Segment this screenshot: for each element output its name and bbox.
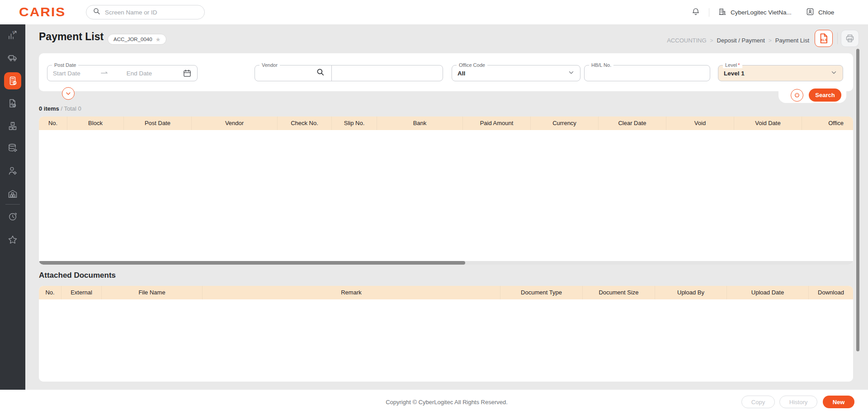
payment-table: No.BlockPost DateVendorCheck No.Slip No.… bbox=[39, 117, 853, 265]
office-code-value: All bbox=[458, 70, 465, 77]
chevron-down-icon bbox=[830, 69, 837, 78]
level-label: Level* bbox=[723, 62, 742, 68]
column-header-check-no[interactable]: Check No. bbox=[278, 117, 332, 130]
sidebar-divider bbox=[5, 204, 20, 205]
sidebar-item-user-management[interactable] bbox=[0, 161, 25, 181]
hbl-no-label: HB/L No. bbox=[589, 62, 613, 68]
required-asterisk: * bbox=[738, 62, 740, 68]
horizontal-scrollbar-thumb[interactable] bbox=[39, 261, 465, 265]
breadcrumb-item[interactable]: ACCOUNTING bbox=[667, 37, 706, 44]
user-name: Chloe bbox=[818, 9, 834, 16]
attached-documents-table: No.ExternalFile NameRemarkDocument TypeD… bbox=[39, 286, 853, 382]
favorite-star-icon[interactable]: ★ bbox=[156, 37, 161, 42]
attached-documents-header: No.ExternalFile NameRemarkDocument TypeD… bbox=[39, 286, 853, 299]
breadcrumb-item[interactable]: Deposit / Payment bbox=[717, 37, 765, 44]
office-code-select[interactable]: Office Code All bbox=[452, 65, 580, 81]
page-title: Payment List bbox=[39, 31, 104, 43]
favorites-star-icon bbox=[7, 234, 18, 245]
sidebar-nav: $ $ $ bbox=[0, 24, 25, 390]
packages-icon bbox=[7, 121, 18, 131]
new-button[interactable]: New bbox=[823, 396, 854, 408]
column-header-document-type[interactable]: Document Type bbox=[500, 286, 583, 299]
global-search-input[interactable]: Screen Name or ID bbox=[86, 5, 205, 19]
history-clock-icon bbox=[7, 211, 18, 222]
vendor-label: Vendor bbox=[259, 62, 280, 68]
attached-documents-title: Attached Documents bbox=[39, 271, 116, 280]
company-name: CyberLogitec VietNa... bbox=[731, 9, 792, 16]
reset-button[interactable] bbox=[791, 89, 803, 102]
search-button[interactable]: Search bbox=[809, 89, 841, 102]
search-icon bbox=[316, 68, 325, 79]
result-count-line: 0 items / Total 0 bbox=[39, 105, 81, 112]
reset-icon bbox=[793, 92, 801, 99]
caris-logo[interactable]: CARIS bbox=[19, 5, 66, 19]
sidebar-item-warehouse[interactable] bbox=[0, 184, 25, 204]
screen-id-text: ACC_JOR_0040 bbox=[113, 37, 152, 42]
report-icon: $ bbox=[7, 98, 18, 109]
calculator-icon: $ bbox=[4, 72, 21, 89]
column-header-paid-amount[interactable]: Paid Amount bbox=[463, 117, 531, 130]
column-header-vendor[interactable]: Vendor bbox=[192, 117, 278, 130]
calendar-icon[interactable] bbox=[183, 69, 192, 78]
column-header-office[interactable]: Office bbox=[802, 117, 853, 130]
user-menu[interactable]: Chloe bbox=[806, 7, 834, 18]
sidebar-item-inventory[interactable] bbox=[0, 116, 25, 136]
vendor-field: Vendor bbox=[255, 65, 443, 81]
column-header-upload-by[interactable]: Upload By bbox=[655, 286, 727, 299]
level-select[interactable]: Level* Level 1 bbox=[718, 65, 843, 81]
column-header-bank[interactable]: Bank bbox=[377, 117, 463, 130]
sidebar-item-billing-report[interactable]: $ bbox=[0, 93, 25, 113]
sidebar-item-logistics[interactable] bbox=[0, 48, 25, 68]
column-header-file-name[interactable]: File Name bbox=[102, 286, 203, 299]
vendor-name-input[interactable] bbox=[332, 65, 443, 81]
copy-button[interactable]: Copy bbox=[741, 396, 775, 408]
sidebar-item-sales-analytics[interactable]: $ bbox=[0, 25, 25, 45]
vertical-scrollbar-thumb[interactable] bbox=[856, 49, 859, 351]
top-bar: CARIS Screen Name or ID CyberLogitec Vie… bbox=[0, 0, 868, 24]
column-header-void[interactable]: Void bbox=[666, 117, 734, 130]
expand-filters-button[interactable] bbox=[62, 87, 75, 100]
column-header-remark[interactable]: Remark bbox=[203, 286, 500, 299]
horizontal-scrollbar bbox=[39, 261, 853, 265]
column-header-upload-date[interactable]: Upload Date bbox=[727, 286, 809, 299]
end-date-input[interactable]: End Date bbox=[127, 70, 152, 77]
warehouse-icon bbox=[7, 188, 18, 199]
column-header-document-size[interactable]: Document Size bbox=[583, 286, 655, 299]
database-gear-icon bbox=[7, 143, 18, 154]
print-button[interactable] bbox=[841, 30, 859, 47]
printer-icon bbox=[844, 33, 855, 44]
sidebar-item-accounting[interactable]: $ bbox=[0, 71, 25, 91]
count-separator: / bbox=[61, 105, 62, 112]
column-header-external[interactable]: External bbox=[61, 286, 102, 299]
export-xls-button[interactable]: XLS bbox=[815, 30, 833, 47]
column-header-no[interactable]: No. bbox=[39, 286, 61, 299]
sidebar-item-history[interactable] bbox=[0, 207, 25, 227]
sidebar-item-data-management[interactable] bbox=[0, 138, 25, 158]
payment-table-header: No.BlockPost DateVendorCheck No.Slip No.… bbox=[39, 117, 853, 130]
post-date-label: Post Date bbox=[52, 62, 78, 68]
bell-icon bbox=[691, 7, 701, 17]
column-header-clear-date[interactable]: Clear Date bbox=[599, 117, 666, 130]
level-value: Level 1 bbox=[724, 70, 745, 77]
column-header-void-date[interactable]: Void Date bbox=[734, 117, 802, 130]
history-button[interactable]: History bbox=[779, 396, 817, 408]
notifications-button[interactable] bbox=[691, 7, 702, 18]
payment-table-body bbox=[39, 130, 853, 261]
column-header-no[interactable]: No. bbox=[39, 117, 67, 130]
column-header-currency[interactable]: Currency bbox=[531, 117, 599, 130]
column-header-slip-no[interactable]: Slip No. bbox=[332, 117, 377, 130]
column-header-block[interactable]: Block bbox=[67, 117, 124, 130]
svg-text:$: $ bbox=[12, 31, 14, 33]
company-menu[interactable]: CyberLogitec VietNa... bbox=[718, 7, 792, 18]
topbar-divider bbox=[709, 8, 709, 17]
svg-text:XLS: XLS bbox=[821, 38, 827, 42]
search-icon bbox=[93, 7, 101, 17]
user-gear-icon bbox=[7, 165, 18, 176]
column-header-post-date[interactable]: Post Date bbox=[124, 117, 192, 130]
column-header-download[interactable]: Download bbox=[809, 286, 853, 299]
chevron-down-icon bbox=[568, 69, 575, 78]
sidebar-item-favorites[interactable] bbox=[0, 230, 25, 250]
hbl-no-field: HB/L No. bbox=[584, 65, 710, 81]
start-date-input[interactable]: Start Date bbox=[53, 70, 80, 77]
total-count: Total 0 bbox=[64, 105, 81, 112]
